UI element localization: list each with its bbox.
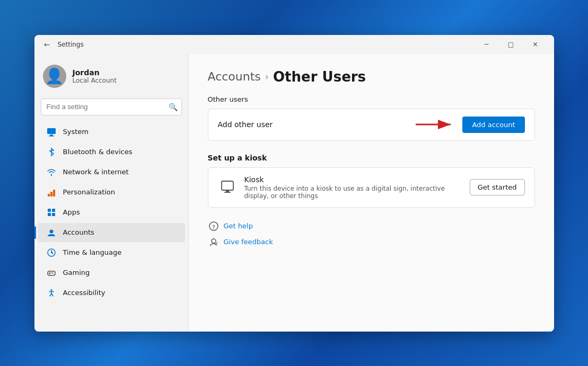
apps-icon	[46, 207, 57, 218]
svg-rect-21	[224, 192, 231, 193]
svg-rect-2	[49, 136, 54, 137]
get-started-button[interactable]: Get started	[470, 179, 525, 195]
give-feedback-label: Give feedback	[224, 238, 273, 246]
give-feedback-link[interactable]: Give feedback	[208, 236, 535, 248]
kiosk-text: Kiosk Turn this device into a kiosk to u…	[244, 175, 462, 200]
maximize-button[interactable]: □	[499, 35, 523, 54]
user-info: Jordan Local Account	[73, 68, 117, 84]
breadcrumb: Accounts › Other Users	[208, 69, 535, 85]
sidebar-item-personalization[interactable]: Personalization	[38, 183, 185, 202]
svg-point-16	[50, 289, 52, 291]
breadcrumb-parent[interactable]: Accounts	[208, 70, 261, 83]
svg-rect-9	[48, 213, 51, 216]
settings-window: ← Settings ─ □ ✕ 👤 Jordan Local Account	[34, 35, 554, 332]
sidebar-item-gaming[interactable]: Gaming	[38, 263, 185, 282]
bluetooth-icon	[46, 147, 57, 157]
sidebar: 👤 Jordan Local Account 🔍	[34, 54, 188, 332]
svg-rect-1	[50, 135, 53, 136]
accounts-icon	[46, 227, 57, 238]
sidebar-item-time[interactable]: Time & language	[38, 243, 185, 262]
title-bar: ← Settings ─ □ ✕	[34, 35, 554, 54]
sidebar-item-apps[interactable]: Apps	[38, 203, 185, 222]
sidebar-label-system: System	[63, 128, 89, 136]
svg-point-3	[50, 174, 51, 175]
breadcrumb-current: Other Users	[273, 69, 366, 85]
sidebar-label-gaming: Gaming	[63, 269, 90, 276]
svg-point-15	[51, 272, 52, 273]
help-links: ? Get help Give feedback	[208, 220, 535, 248]
other-users-label: Other users	[208, 95, 535, 103]
add-account-button[interactable]: Add account	[462, 117, 524, 133]
sidebar-item-accounts[interactable]: Accounts	[38, 223, 185, 242]
gaming-icon	[46, 267, 57, 278]
sidebar-item-system[interactable]: System	[38, 122, 185, 141]
personalization-icon	[46, 187, 57, 198]
avatar-icon: 👤	[45, 67, 64, 85]
add-user-row: Add other user Add account	[208, 109, 534, 140]
user-account-type: Local Account	[73, 77, 117, 84]
time-icon	[46, 247, 57, 258]
network-icon	[46, 167, 57, 177]
add-user-card: Add other user Add account	[208, 109, 535, 141]
sidebar-item-bluetooth[interactable]: Bluetooth & devices	[38, 142, 185, 162]
search-icon: 🔍	[169, 103, 178, 111]
sidebar-item-accessibility[interactable]: Accessibility	[38, 283, 185, 302]
svg-rect-0	[47, 128, 56, 134]
avatar: 👤	[43, 65, 66, 88]
sidebar-label-accounts: Accounts	[63, 228, 94, 236]
user-name: Jordan	[73, 68, 117, 77]
sidebar-label-network: Network & internet	[63, 168, 129, 176]
red-arrow-icon	[414, 117, 456, 132]
user-profile: 👤 Jordan Local Account	[34, 58, 188, 96]
search-box: 🔍	[41, 99, 182, 115]
sidebar-item-network[interactable]: Network & internet	[38, 163, 185, 182]
accessibility-icon	[46, 288, 57, 298]
svg-rect-4	[48, 194, 50, 197]
back-button[interactable]: ←	[41, 38, 54, 51]
svg-point-14	[52, 273, 54, 274]
search-input[interactable]	[41, 99, 182, 115]
svg-rect-6	[53, 190, 55, 197]
svg-rect-19	[222, 181, 233, 190]
kiosk-card: Kiosk Turn this device into a kiosk to u…	[208, 167, 535, 208]
window-body: 👤 Jordan Local Account 🔍	[34, 54, 554, 332]
arrow-container: Add account	[414, 117, 524, 133]
breadcrumb-separator: ›	[265, 71, 269, 82]
minimize-button[interactable]: ─	[475, 35, 499, 54]
close-button[interactable]: ✕	[523, 35, 548, 54]
sidebar-label-apps: Apps	[63, 208, 80, 216]
window-title: Settings	[58, 41, 84, 48]
kiosk-icon	[218, 178, 237, 197]
svg-rect-5	[50, 192, 52, 197]
sidebar-label-personalization: Personalization	[63, 188, 116, 196]
kiosk-description: Turn this device into a kiosk to use as …	[244, 185, 462, 200]
sidebar-label-accessibility: Accessibility	[63, 289, 106, 297]
kiosk-section-label: Set up a kiosk	[208, 154, 535, 162]
get-help-label: Get help	[224, 222, 253, 230]
window-controls: ─ □ ✕	[475, 35, 548, 54]
svg-point-24	[212, 239, 216, 243]
kiosk-title: Kiosk	[244, 175, 462, 184]
svg-rect-20	[226, 190, 229, 192]
svg-text:?: ?	[212, 223, 215, 229]
svg-rect-8	[52, 209, 55, 212]
sidebar-label-time: Time & language	[63, 248, 122, 256]
svg-rect-10	[52, 213, 55, 216]
system-icon	[46, 127, 57, 137]
main-content: Accounts › Other Users Other users Add o…	[189, 54, 554, 332]
add-other-user-label: Add other user	[218, 120, 414, 129]
kiosk-row: Kiosk Turn this device into a kiosk to u…	[208, 168, 534, 207]
get-help-icon: ?	[208, 220, 220, 232]
sidebar-label-bluetooth: Bluetooth & devices	[63, 148, 133, 156]
get-help-link[interactable]: ? Get help	[208, 220, 535, 232]
svg-point-11	[49, 229, 53, 233]
svg-rect-7	[48, 209, 51, 212]
give-feedback-icon	[208, 236, 220, 248]
